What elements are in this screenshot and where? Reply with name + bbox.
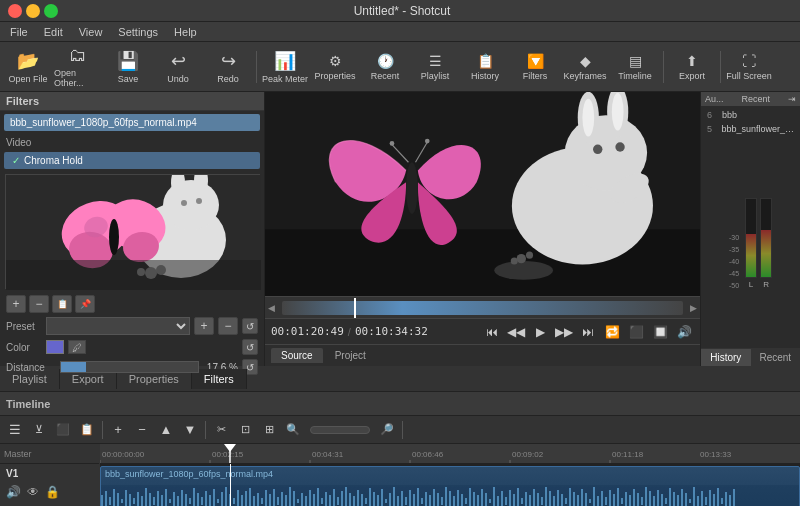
- preset-select[interactable]: [46, 317, 190, 335]
- svg-rect-162: [529, 495, 531, 506]
- skip-end-button[interactable]: ⏭: [578, 322, 598, 342]
- save-button[interactable]: 💾 Save: [104, 45, 152, 89]
- expand-icon[interactable]: ⇥: [788, 94, 796, 104]
- tl-down-button[interactable]: ▼: [179, 419, 201, 441]
- tl-copy-button[interactable]: 📋: [76, 419, 98, 441]
- recent-button[interactable]: 🕐 Recent: [361, 45, 409, 89]
- scrub-right-arrow[interactable]: ▶: [687, 303, 700, 313]
- tl-left-col: Master V1 🔊 👁 🔒: [0, 444, 100, 506]
- svg-rect-184: [617, 488, 619, 506]
- project-tab[interactable]: Project: [325, 348, 376, 363]
- tl-zoom-in-button[interactable]: 🔍: [282, 419, 304, 441]
- audio-button[interactable]: 🔊: [674, 322, 694, 342]
- filters-tab[interactable]: Filters: [192, 369, 247, 389]
- in-point-button[interactable]: ⬛: [626, 322, 646, 342]
- peak-meter-button[interactable]: 📊 Peak Meter: [261, 45, 309, 89]
- playlist-button[interactable]: ☰ Playlist: [411, 45, 459, 89]
- tl-up-button[interactable]: ▲: [155, 419, 177, 441]
- add-preset-button[interactable]: +: [194, 317, 214, 335]
- color-swatch[interactable]: [46, 340, 64, 354]
- menu-edit[interactable]: Edit: [38, 24, 69, 40]
- next-frame-button[interactable]: ▶▶: [554, 322, 574, 342]
- maximize-button[interactable]: [44, 4, 58, 18]
- keyframes-button[interactable]: ◆ Keyframes: [561, 45, 609, 89]
- skip-start-button[interactable]: ⏮: [482, 322, 502, 342]
- svg-rect-151: [485, 493, 487, 506]
- scrub-left-arrow[interactable]: ◀: [265, 303, 278, 313]
- loop-button[interactable]: 🔁: [602, 322, 622, 342]
- properties-button[interactable]: ⚙ Properties: [311, 45, 359, 89]
- playback-scrubber[interactable]: ◀ ▶: [265, 296, 700, 318]
- tl-ripple-button[interactable]: ⬛: [52, 419, 74, 441]
- svg-rect-113: [333, 489, 335, 506]
- export-button[interactable]: ⬆ Export: [668, 45, 716, 89]
- history-button[interactable]: 📋 History: [461, 45, 509, 89]
- svg-rect-55: [101, 495, 103, 506]
- undo-button[interactable]: ↩ Undo: [154, 45, 202, 89]
- track-lock-icon[interactable]: 🔒: [45, 485, 60, 499]
- remove-filter-button[interactable]: −: [29, 295, 49, 313]
- timeline-toolbar-button[interactable]: ▤ Timeline: [611, 45, 659, 89]
- tl-clip[interactable]: bbb_sunflower_1080p_60fps_normal.mp4: [100, 466, 800, 506]
- tl-add-button[interactable]: +: [107, 419, 129, 441]
- prev-frame-button[interactable]: ◀◀: [506, 322, 526, 342]
- track-visible-icon[interactable]: 👁: [27, 485, 39, 499]
- remove-preset-button[interactable]: −: [218, 317, 238, 335]
- source-tab[interactable]: Source: [271, 348, 323, 363]
- tl-zoom-fit-button[interactable]: ⊞: [258, 419, 280, 441]
- add-filter-button[interactable]: +: [6, 295, 26, 313]
- svg-rect-124: [377, 495, 379, 506]
- out-point-button[interactable]: 🔲: [650, 322, 670, 342]
- tl-track-area[interactable]: bbb_sunflower_1080p_60fps_normal.mp4: [100, 464, 800, 506]
- minimize-button[interactable]: [26, 4, 40, 18]
- menu-settings[interactable]: Settings: [112, 24, 164, 40]
- window-controls[interactable]: [8, 4, 58, 18]
- tl-ruler-main[interactable]: 00:00:00:00 00:02:15 00:04:31 00:06:46 0…: [100, 444, 800, 464]
- filter-file-name[interactable]: bbb_sunflower_1080p_60fps_normal.mp4: [4, 114, 260, 131]
- eyedropper-button[interactable]: 🖊: [68, 340, 86, 354]
- svg-rect-159: [517, 488, 519, 506]
- vu-right: R: [760, 198, 772, 289]
- recent-tab[interactable]: Recent: [751, 349, 801, 366]
- chroma-hold-filter[interactable]: ✓ Chroma Hold: [4, 152, 260, 169]
- open-other-button[interactable]: 🗂 Open Other...: [54, 45, 102, 89]
- tl-remove-button[interactable]: −: [131, 419, 153, 441]
- open-file-button[interactable]: 📂 Open File: [4, 45, 52, 89]
- distance-slider[interactable]: [60, 361, 199, 373]
- scrub-track[interactable]: [282, 301, 683, 315]
- svg-rect-66: [145, 488, 147, 506]
- tl-razor-button[interactable]: ✂: [210, 419, 232, 441]
- svg-rect-16: [6, 260, 261, 290]
- menu-help[interactable]: Help: [168, 24, 203, 40]
- tl-menu-button[interactable]: ☰: [4, 419, 26, 441]
- scrub-handle[interactable]: [354, 298, 356, 318]
- history-tab[interactable]: History: [701, 349, 751, 366]
- redo-button[interactable]: ↪ Redo: [204, 45, 252, 89]
- svg-rect-169: [557, 490, 559, 506]
- menu-view[interactable]: View: [73, 24, 109, 40]
- reset-preset-button[interactable]: ↺: [242, 318, 258, 334]
- list-item[interactable]: 6 bbb: [705, 108, 796, 122]
- fullscreen-button[interactable]: ⛶ Full Screen: [725, 45, 773, 89]
- svg-rect-175: [581, 489, 583, 506]
- track-icons: 🔊 👁 🔒: [6, 485, 93, 499]
- tl-zoom-slider[interactable]: [310, 426, 370, 434]
- svg-rect-75: [181, 490, 183, 506]
- playlist-tab[interactable]: Playlist: [0, 369, 60, 389]
- svg-rect-98: [273, 489, 275, 506]
- svg-point-29: [612, 93, 624, 131]
- close-button[interactable]: [8, 4, 22, 18]
- copy-filter-button[interactable]: 📋: [52, 295, 72, 313]
- paste-filter-button[interactable]: 📌: [75, 295, 95, 313]
- filters-button[interactable]: 🔽 Filters: [511, 45, 559, 89]
- list-item[interactable]: 5 bbb_sunflower_1...: [705, 122, 796, 136]
- play-button[interactable]: ▶: [530, 322, 550, 342]
- reset-color-button[interactable]: ↺: [242, 339, 258, 355]
- tl-zoom-out-button[interactable]: 🔎: [376, 419, 398, 441]
- right-bottom: History Recent: [701, 348, 800, 366]
- track-audio-icon[interactable]: 🔊: [6, 485, 21, 499]
- tl-snap-button[interactable]: ⊻: [28, 419, 50, 441]
- menu-file[interactable]: File: [4, 24, 34, 40]
- svg-rect-88: [233, 498, 235, 504]
- tl-deselect-button[interactable]: ⊡: [234, 419, 256, 441]
